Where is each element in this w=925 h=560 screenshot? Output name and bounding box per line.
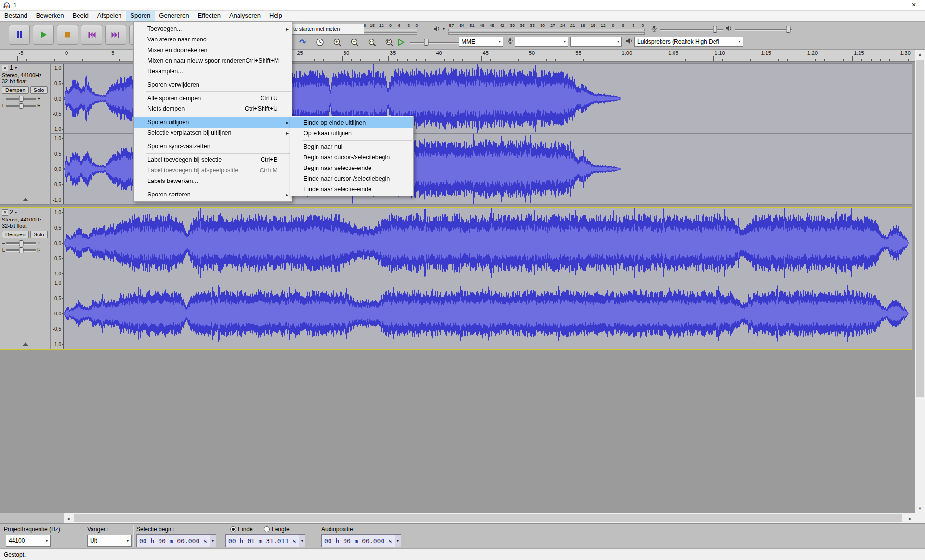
close-track-button[interactable]: ✕: [2, 65, 8, 71]
gain-plus-label: +: [37, 240, 40, 246]
vertical-scale-ruler[interactable]: 1,00,50,0-0,5-1,0 1,00,50,0-0,5-1,0: [51, 208, 64, 349]
menu-item-van-stereo-naar-mono[interactable]: Van stereo naar mono: [134, 34, 292, 45]
selection-end-radio[interactable]: Einde: [230, 526, 253, 533]
playback-meter-toolbar[interactable]: ▾ -57-54-51-48-45-42-39-36-33-30-27-24-2…: [433, 23, 647, 36]
zoom-out-button[interactable]: [348, 37, 361, 48]
scroll-left-arrow[interactable]: ◄: [64, 513, 73, 523]
close-button[interactable]: ✕: [903, 0, 925, 11]
maximize-button[interactable]: [881, 0, 903, 11]
menubar-item-help[interactable]: Help: [265, 11, 287, 21]
menu-item-begin-naar-nul[interactable]: Begin naar nul: [290, 142, 413, 152]
play-at-speed-button[interactable]: [394, 37, 408, 48]
menu-item-sporen-verwijderen[interactable]: Sporen verwijderen: [134, 79, 292, 90]
menu-item-alle-sporen-dempen[interactable]: Alle sporen dempenCtrl+U: [134, 93, 292, 104]
track-format: Stereo, 44100Hz: [2, 217, 49, 223]
waveform-left-channel[interactable]: [64, 208, 909, 278]
pan-slider[interactable]: L R: [2, 247, 49, 253]
selection-end-field[interactable]: 00 h 01 m 31.011 s▼: [225, 534, 305, 547]
redo-button[interactable]: ↷: [296, 37, 309, 48]
menu-item-begin-naar-selectie-einde[interactable]: Begin naar selectie-einde: [290, 163, 413, 173]
scroll-right-arrow[interactable]: ►: [905, 513, 915, 523]
close-track-button[interactable]: ✕: [2, 209, 8, 216]
menubar-item-bewerken[interactable]: Bewerken: [32, 11, 68, 21]
ruler-tick: [621, 56, 621, 61]
scroll-up-arrow[interactable]: ▲: [915, 50, 925, 59]
ruler-tick: [36, 59, 36, 61]
playback-device-dropdown[interactable]: Luidsprekers (Realtek High Defi▾: [634, 37, 743, 47]
menubar-item-effecten[interactable]: Effecten: [193, 11, 225, 21]
waveform-area[interactable]: [64, 208, 912, 349]
horizontal-scrollbar[interactable]: ◄ ►: [64, 513, 915, 523]
waveform-right-channel[interactable]: [64, 278, 909, 349]
recording-device-dropdown[interactable]: ▾: [515, 37, 568, 47]
menu-item-sporen-sorteren[interactable]: Sporen sorteren▸: [134, 189, 292, 200]
menu-item-einde-naar-cursor-selectiebegin[interactable]: Einde naar cursor-/selectiebegin: [290, 173, 413, 184]
playback-volume-slider[interactable]: [735, 26, 792, 33]
menu-item-einde-naar-selectie-einde[interactable]: Einde naar selectie-einde: [290, 184, 413, 195]
solo-button[interactable]: Solo: [30, 86, 48, 94]
track-menu-arrow-icon[interactable]: ▼: [14, 211, 18, 214]
skip-to-end-button[interactable]: [105, 25, 126, 45]
mute-button[interactable]: Dempen: [2, 86, 29, 94]
menu-item-sporen-uitlijnen[interactable]: Sporen uitlijnen▸: [134, 117, 292, 128]
playback-speed-slider[interactable]: [410, 39, 459, 46]
collapse-track-button[interactable]: [4, 340, 46, 347]
speaker-icon: [626, 38, 633, 46]
amplitude-tick: [62, 99, 63, 99]
stop-button[interactable]: [57, 25, 78, 45]
gain-slider[interactable]: – +: [2, 240, 49, 246]
menu-item-niets-dempen[interactable]: Niets dempenCtrl+Shift+U: [134, 104, 292, 114]
pause-button[interactable]: [9, 25, 30, 45]
zoom-selection-button[interactable]: [365, 37, 379, 48]
ruler-tick: [778, 59, 779, 61]
ruler-tick: [129, 59, 129, 61]
menu-item-labels-bewerken[interactable]: Labels bewerken...: [134, 176, 292, 186]
ruler-tick: [323, 59, 324, 61]
scroll-down-arrow[interactable]: ▼: [915, 504, 925, 513]
recording-volume-slider[interactable]: [660, 26, 723, 33]
sync-lock-button[interactable]: [313, 37, 327, 48]
project-rate-dropdown[interactable]: 44100▾: [6, 535, 51, 547]
selection-length-radio[interactable]: Lengte: [264, 526, 290, 533]
audio-position-field[interactable]: 00 h 00 m 00.000 s▼: [321, 534, 401, 547]
audio-host-dropdown[interactable]: MME▾: [459, 37, 503, 47]
menu-item-sporen-sync-vastzetten[interactable]: Sporen sync-vastzetten: [134, 141, 292, 152]
snap-dropdown[interactable]: Uit▾: [87, 535, 132, 547]
solo-button[interactable]: Solo: [30, 231, 48, 238]
menubar-item-beeld[interactable]: Beeld: [68, 11, 93, 21]
play-button[interactable]: [33, 25, 54, 45]
pan-slider[interactable]: L R: [2, 103, 49, 108]
menubar-item-sporen[interactable]: Sporen: [126, 11, 155, 21]
pause-icon: [14, 30, 24, 39]
menu-item-mixen-en-naar-nieuw-spoor-renderen[interactable]: Mixen en naar nieuw spoor renderenCtrl+S…: [134, 55, 292, 66]
meter-scale-label: -15: [369, 23, 375, 28]
recording-channels-dropdown[interactable]: ▾: [570, 37, 622, 47]
menu-item-toevoegen[interactable]: Toevoegen...▸: [134, 24, 292, 34]
menu-item-op-elkaar-uitlijnen[interactable]: Op elkaar uitlijnen: [290, 128, 413, 139]
menu-item-selectie-verplaatsen-bij-uitlijnen[interactable]: Selectie verplaatsen bij uitlijnen▸: [134, 128, 292, 138]
minimize-button[interactable]: –: [859, 0, 881, 11]
menubar-item-afspelen[interactable]: Afspelen: [93, 11, 126, 21]
menu-item-resamplen[interactable]: Resamplen...: [134, 66, 292, 77]
menu-item-einde-op-einde-uitlijnen[interactable]: Einde op einde uitlijnen: [290, 117, 413, 128]
collapse-track-button[interactable]: [4, 196, 46, 203]
menubar-item-genereren[interactable]: Genereren: [155, 11, 193, 21]
menu-item-label-toevoegen-bij-afspeelpositie[interactable]: Label toevoegen bij afspeelpositieCtrl+M: [134, 165, 292, 176]
mute-button[interactable]: Dempen: [2, 231, 29, 238]
menu-item-mixen-en-doorrekenen[interactable]: Mixen en doorrekenen: [134, 45, 292, 55]
amplitude-tick: [62, 83, 63, 84]
menubar-item-analyseren[interactable]: Analyseren: [225, 11, 265, 21]
menubar-item-bestand[interactable]: Bestand: [0, 11, 32, 21]
skip-to-start-button[interactable]: [81, 25, 102, 45]
vertical-scale-ruler[interactable]: 1,00,50,0-0,5-1,0 1,00,50,0-0,5-1,0: [51, 64, 64, 204]
vertical-scrollbar[interactable]: ▲ ▼: [915, 50, 925, 513]
meter-scale-label: -21: [569, 23, 575, 28]
zoom-in-button[interactable]: [330, 37, 344, 48]
menu-item-begin-naar-cursor-selectiebegin[interactable]: Begin naar cursor-/selectiebegin: [290, 152, 413, 163]
vertical-scroll-thumb[interactable]: [916, 60, 924, 397]
gain-slider[interactable]: – +: [2, 96, 49, 101]
selection-start-field[interactable]: 00 h 00 m 00.000 s▼: [136, 534, 216, 547]
horizontal-scroll-thumb[interactable]: [74, 514, 902, 522]
menu-item-label-toevoegen-bij-selectie[interactable]: Label toevoegen bij selectieCtrl+B: [134, 155, 292, 165]
track-menu-arrow-icon[interactable]: ▼: [14, 66, 18, 70]
